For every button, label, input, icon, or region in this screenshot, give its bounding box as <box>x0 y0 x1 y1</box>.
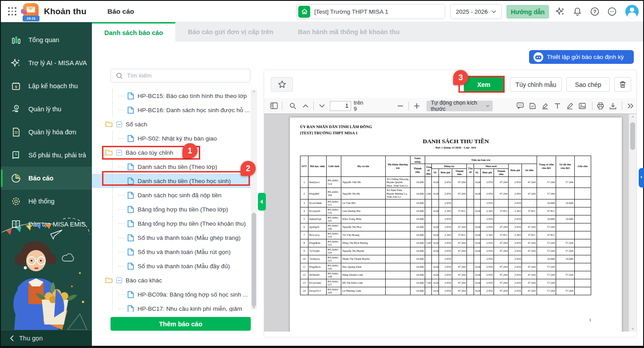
zoom-in-icon[interactable] <box>411 100 423 112</box>
tree-item-file[interactable]: Sổ thu và thanh toán (Mẫu đầy đủ) <box>92 259 251 273</box>
table-cell: 47.264 <box>522 271 537 279</box>
more-options-icon[interactable] <box>607 7 617 16</box>
tree-item-file[interactable]: HP-BC15: Báo cáo tình hình thu theo lớp <box>92 89 251 103</box>
notifications-bell-icon[interactable] <box>573 7 582 16</box>
pdf-search-icon[interactable] <box>287 100 299 112</box>
scroll-down-icon[interactable]: ⌄ <box>629 325 636 331</box>
tree-item-file[interactable]: Danh sách học sinh đã nộp tiền <box>92 188 251 202</box>
next-page-icon[interactable] <box>316 100 328 112</box>
tree-item-file[interactable]: Sổ thu và thanh toán (Mẫu ghép trang) <box>92 231 251 245</box>
print-icon[interactable] <box>594 100 607 112</box>
tree-item-file[interactable]: HP-S02: Nhật ký thu bàn giao <box>92 131 251 145</box>
delete-button[interactable] <box>614 77 631 92</box>
tree-item-folder[interactable]: Sổ sách <box>92 117 251 131</box>
table-cell: 47.264 <box>452 279 466 287</box>
tree-collapse-icon[interactable] <box>116 121 122 127</box>
tab-ban-hanh-ma-thong-ke[interactable]: Ban hành mã thống kê khoản thu <box>286 22 412 42</box>
help-circle-icon[interactable]: ? <box>590 7 600 16</box>
header-nav-report[interactable]: Báo cáo <box>107 8 134 16</box>
download-icon[interactable] <box>607 100 619 112</box>
document-org-lines: ỦY BAN NHÂN DÂN TỈNH LÂM ĐỒNG[TEST] TRƯỜ… <box>300 124 372 136</box>
user-avatar[interactable] <box>625 5 639 18</box>
tree-item-file[interactable]: Danh sách thu tiền (Theo lớp) <box>92 160 251 174</box>
sidebar-item-he-thong[interactable]: Hệ thống <box>1 190 92 213</box>
table-row: 97y52lq9zHS.A001-524Nguyễn Thị Huyền10.0… <box>300 247 591 255</box>
sidebar-item-quan-ly-thu[interactable]: $ Quản lý thu <box>1 98 92 121</box>
tree-item-folder[interactable]: Báo cáo khác <box>92 273 251 287</box>
tab-danh-sach-bao-cao[interactable]: Danh sách báo cáo <box>92 22 175 42</box>
pdf-scrollbar[interactable]: ⌃ ⌄ <box>629 114 636 332</box>
tab-bao-cao-gui-don-vi[interactable]: Báo cáo gửi đơn vị cấp trên <box>175 22 285 42</box>
scroll-up-icon[interactable]: ⌃ <box>629 115 636 121</box>
table-cell <box>425 247 432 255</box>
help-button[interactable]: Hướng dẫn <box>506 5 549 19</box>
sidebar-item-so-phai-thu-phai-tra[interactable]: $ Sổ phải thu, phải trả <box>1 144 92 167</box>
table-cell <box>474 255 481 263</box>
tree-item-file[interactable]: HP-BC09a: Bảng tổng hợp số học sinh ... <box>92 287 251 301</box>
school-year-selector[interactable]: 2025 - 2026 <box>450 4 502 19</box>
table-cell: 57.264 <box>537 263 556 271</box>
comment-tool-icon[interactable] <box>514 100 526 112</box>
table-cell: 2.954 <box>439 188 452 199</box>
sidebar-item-dao-tao[interactable]: Đào tạo MISA EMIS <box>1 213 92 236</box>
table-cell: 2.954 <box>509 247 522 255</box>
tree-item-file[interactable]: HP-BC17: Nhu cầu kinh phí miễn, giảm <box>92 301 251 312</box>
table-cell: 37.811 <box>522 231 537 239</box>
tree-collapse-icon[interactable] <box>116 150 122 156</box>
toggle-sidebar-icon[interactable] <box>268 100 280 112</box>
favorite-button[interactable] <box>271 77 293 92</box>
page-number-input[interactable] <box>330 101 351 111</box>
sidebar-item-tong-quan[interactable]: Tổng quan <box>1 28 92 51</box>
ai-sparkle-icon[interactable] <box>555 7 565 16</box>
scroll-up-icon[interactable]: ⌃ <box>251 90 257 96</box>
scroll-down-icon[interactable]: ⌄ <box>251 303 257 309</box>
table-cell: 10.000 <box>410 231 425 239</box>
table-row: 381ryx3mmHS.A001-515Lê Văn Hải10.0002.95… <box>300 199 591 207</box>
app-launcher-icon[interactable] <box>8 7 17 16</box>
school-selector[interactable]: [Test] Trường THPT MISA 1 <box>296 4 445 19</box>
image-tool-icon[interactable] <box>576 100 589 112</box>
right-panel-expand-handle[interactable] <box>639 168 644 188</box>
sidebar-item-label: Tổng quan <box>28 36 59 43</box>
report-list-scrollbar[interactable]: ⌃ ⌄ <box>251 90 257 309</box>
copy-button[interactable]: Sao chép <box>566 77 610 92</box>
text-tool-icon[interactable] <box>551 100 564 112</box>
table-cell <box>425 215 432 223</box>
search-input[interactable] <box>127 72 233 79</box>
table-cell <box>522 215 537 223</box>
view-button[interactable]: Xem <box>464 77 504 92</box>
file-icon <box>127 234 134 242</box>
table-cell: 16,00 <box>432 263 439 271</box>
tree-item-file[interactable]: Danh sách thu tiền (Theo học sinh) <box>92 174 251 188</box>
scrollbar-thumb[interactable] <box>630 122 635 150</box>
table-cell: 57.264 <box>537 188 556 199</box>
table-header-cell: Tiền ăn bán trú <box>425 156 537 164</box>
signature-tool-icon[interactable] <box>526 100 539 112</box>
table-cell: 2.954 <box>439 215 452 223</box>
tree-item-file[interactable]: HP-BC16: Danh sách học sinh được hỗ ... <box>92 103 251 117</box>
highlight-tool-icon[interactable] <box>539 100 551 112</box>
customize-template-button[interactable]: Tùy chỉnh mẫu <box>510 77 562 92</box>
sidebar-item-quan-ly-hoa-don[interactable]: Quản lý hóa đơn <box>1 121 92 144</box>
sidebar-item-tro-ly-ai[interactable]: Trợ lý AI - MISA AVA <box>1 51 92 74</box>
previous-page-icon[interactable] <box>299 100 312 112</box>
panel-collapse-handle[interactable] <box>258 193 266 211</box>
zoom-mode-select[interactable]: Tự động chọn kích thước <box>427 101 493 111</box>
sidebar-collapse-button[interactable]: Thu gọn <box>1 330 92 346</box>
table-cell: 81ryx3xm <box>308 279 326 287</box>
tree-item-file[interactable]: Bảng tổng hợp thu tiền (Theo lớp) <box>92 202 251 216</box>
tree-item-file[interactable]: Sổ thu và thanh toán (Mẫu rút gọn) <box>92 245 251 259</box>
tree-item-file[interactable]: Bảng tổng hợp thu tiền (Theo khoản thu) <box>92 216 251 231</box>
draw-tool-icon[interactable] <box>564 100 576 112</box>
tree-collapse-icon[interactable] <box>116 278 122 283</box>
table-row: 883qg9k4eHS.A001-522Đồng Thị Bích Hường1… <box>300 239 591 247</box>
tree-item-folder[interactable]: Báo cáo tùy chỉnh <box>92 145 251 160</box>
scrollbar-thumb[interactable] <box>252 213 256 307</box>
zoom-out-icon[interactable] <box>394 100 407 112</box>
sidebar-item-lap-ke-hoach-thu[interactable]: $ Lập kế hoạch thu <box>1 74 92 98</box>
table-cell <box>385 255 410 263</box>
sidebar-item-bao-cao[interactable]: Báo cáo <box>1 167 92 190</box>
add-report-button[interactable]: Thêm báo cáo <box>111 317 251 331</box>
more-tools-icon[interactable] <box>624 100 636 112</box>
schedule-report-button[interactable]: Thiết lập gửi báo cáo định kỳ <box>529 50 634 64</box>
